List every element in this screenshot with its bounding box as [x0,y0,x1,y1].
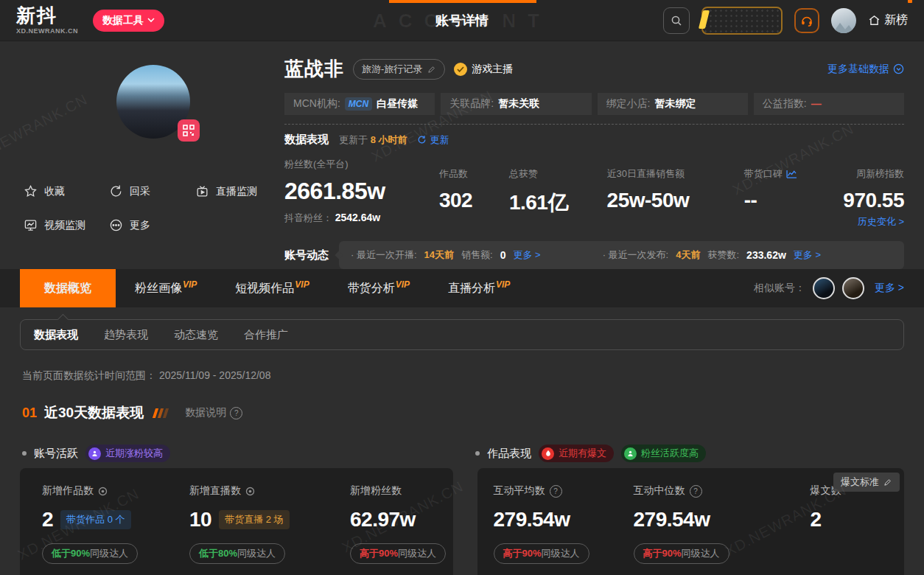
tab-short-video[interactable]: 短视频作品VIP [216,269,328,307]
info-charity: 公益指数: — [754,93,904,115]
tab-commerce-analysis[interactable]: 带货分析VIP [329,269,429,307]
flame-icon [542,447,554,460]
qr-code-badge[interactable] [178,119,200,142]
favorite-button[interactable]: 收藏 [24,184,109,198]
question-icon: ? [230,407,242,419]
app-logo[interactable]: 新抖 XD.NEWRANK.CN [16,6,78,35]
new-lives-label: 新增直播数 [189,484,241,498]
post-more-link[interactable]: 更多 > [794,248,821,262]
subtab-dynamic[interactable]: 动态速览 [174,328,218,342]
info-mcn: MCN机构: MCN 白昼传媒 [284,93,435,115]
fans-growth-badge: 近期涨粉较高 [85,445,170,462]
new-fans-value: 62.97w [350,508,416,532]
newrank-home-link[interactable]: 新榜 [868,13,908,28]
target-dot-icon[interactable] [245,487,255,496]
similar-account-avatar[interactable] [813,277,835,299]
tab-data-overview[interactable]: 数据概览 [20,269,116,307]
similar-more-link[interactable]: 更多 > [875,282,904,295]
tab-label: 数据概览 [44,281,91,296]
person-icon [624,447,637,460]
history-change-link[interactable]: 历史变化 > [843,215,904,229]
reputation-label-text: 带货口碑 [744,167,783,181]
stat-works-value: 302 [439,189,509,212]
avg-interaction-label-row: 互动平均数 ? [494,484,634,498]
star-icon [24,184,38,198]
more-basic-data-label: 更多基础数据 [827,63,889,76]
last-live-label: · 最近一次开播: [351,248,417,262]
subtab-trend[interactable]: 趋势表现 [104,328,148,342]
peer-compare-rest: 同级达人 [398,548,436,559]
vip-badge: VIP [396,279,410,290]
category-label: 旅游-旅行记录 [362,63,422,76]
similar-accounts-label: 相似账号： [754,282,805,295]
shop-value: 暂未绑定 [654,97,696,111]
data-explanation[interactable]: 数据说明 ? [185,406,242,419]
stat-reputation: 带货口碑 -- [744,158,844,229]
search-icon [671,15,682,27]
question-icon[interactable]: ? [550,485,562,498]
video-monitor-button[interactable]: 视频监测 [24,218,109,232]
avg-interaction-stat: 互动平均数 ? 279.54w 高于90%同级达人 [494,484,634,575]
category-tag[interactable]: 旅游-旅行记录 [353,59,445,80]
shop-label: 绑定小店: [606,97,651,111]
logo-subtitle: XD.NEWRANK.CN [16,28,78,35]
median-interaction-label: 互动中位数 [634,484,685,498]
account-activity-card: 新增作品数 2 带货作品 0 个 低于90%同级达人 新增直播数 10 带货直播… [20,468,453,575]
peer-compare-pill: 高于90%同级达人 [494,543,589,564]
more-basic-data-link[interactable]: 更多基础数据 [827,63,904,76]
target-dot-icon[interactable] [98,487,108,496]
more-actions-button[interactable]: 更多 [109,218,195,232]
title-ghost-text: ACCOUNT [373,10,551,32]
profile-avatar[interactable] [116,65,190,139]
tab-label: 带货分析 [348,281,395,296]
date-range-value: 2025/11/09 - 2025/12/08 [159,369,271,381]
home-icon [868,14,881,27]
promo-notch [699,10,710,29]
peer-compare-rest: 同级达人 [237,548,276,559]
subtab-data-performance[interactable]: 数据表现 [34,328,78,342]
user-avatar[interactable] [831,8,856,33]
activity-row: 账号动态 · 最近一次开播: 14天前 销售额: 0 更多 > · 最近一次发布… [284,241,904,269]
activity-post-group: · 最近一次发布: 4天前 获赞数: 233.62w 更多 > [603,248,821,262]
refresh-button[interactable]: 更新 [417,133,449,147]
peer-compare-rest: 同级达人 [542,548,580,559]
hot-post-count-value-row: 2 [811,508,841,532]
similar-account-avatar[interactable] [842,277,864,299]
avg-interaction-value: 279.54w [494,508,570,532]
tab-live-analysis[interactable]: 直播分析VIP [429,269,529,307]
promo-banner[interactable] [701,7,783,35]
hot-post-count-stat: 爆文数 2 [811,484,841,575]
customer-service-button[interactable] [794,8,819,33]
likes-value: 233.62w [746,249,786,261]
ellipsis-circle-icon [109,218,123,232]
hot-post-badge: 近期有爆文 [539,445,614,462]
headset-icon [800,14,813,27]
tab-fans-portrait[interactable]: 粉丝画像VIP [116,269,216,307]
profile-section: 收藏 回采 直播监测 视频监测 更多 蓝战非 旅游-旅行记录 游戏主播 [0,41,924,269]
vip-badge: VIP [183,279,197,290]
new-works-stat: 新增作品数 2 带货作品 0 个 低于90%同级达人 [42,484,189,575]
works-performance-card: 爆文标准 互动平均数 ? 279.54w 高于90%同级达人 互动中位数 ? 2… [477,468,905,575]
page-title: 账号详情 [435,12,489,29]
recollect-label: 回采 [130,185,150,198]
group-title-row: 账号活跃 近期涨粉较高 作品表现 近期有爆文 粉丝活跃度高 [22,445,904,462]
similar-accounts: 相似账号： 更多 > [754,269,924,307]
mcn-label: MCN机构: [293,97,340,111]
search-button[interactable] [663,7,690,34]
live-tv-icon [195,184,209,198]
question-icon[interactable]: ? [690,485,702,498]
recollect-button[interactable]: 回采 [109,184,195,198]
new-works-label: 新增作品数 [42,484,94,498]
live-monitor-label: 直播监测 [216,185,257,198]
new-works-label-row: 新增作品数 [42,484,189,498]
live-monitor-button[interactable]: 直播监测 [195,184,257,198]
chart-line-icon[interactable] [786,170,797,178]
qr-icon [182,124,195,137]
data-tools-button[interactable]: 数据工具 [93,10,164,32]
peer-compare-highlight: 高于90% [503,548,542,559]
peer-compare-pill: 高于90%同级达人 [350,543,446,564]
sub-tab-notch [57,314,69,326]
hot-post-standard-button[interactable]: 爆文标准 [833,473,900,492]
subtab-cooperation[interactable]: 合作推广 [244,328,288,342]
live-more-link[interactable]: 更多 > [513,248,540,262]
